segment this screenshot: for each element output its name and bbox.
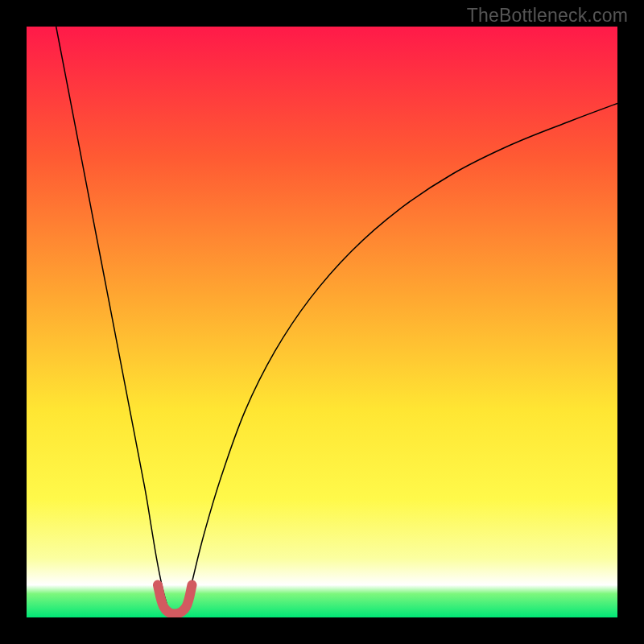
chart-svg bbox=[27, 27, 617, 617]
chart-frame: TheBottleneck.com bbox=[0, 0, 644, 644]
plot-area bbox=[27, 27, 617, 617]
watermark-text: TheBottleneck.com bbox=[467, 5, 628, 27]
gradient-background bbox=[27, 27, 617, 617]
